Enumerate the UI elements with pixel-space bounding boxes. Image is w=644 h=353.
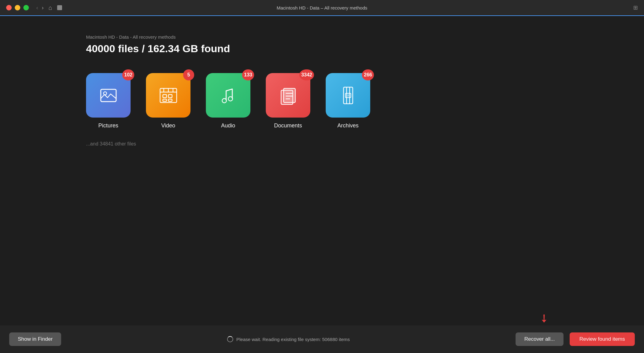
- documents-svg-icon: [277, 85, 299, 106]
- category-video[interactable]: 5 Video: [146, 73, 190, 129]
- home-button[interactable]: ⌂: [49, 4, 52, 11]
- show-finder-button[interactable]: Show in Finder: [9, 332, 61, 346]
- archives-badge: 266: [362, 69, 374, 80]
- svg-rect-8: [168, 95, 172, 98]
- documents-icon-wrap: 3342: [266, 73, 310, 118]
- video-icon-wrap: 5: [146, 73, 190, 118]
- video-svg-icon: [158, 85, 179, 106]
- audio-badge: 133: [242, 69, 254, 80]
- svg-point-1: [104, 92, 107, 95]
- pictures-icon-box: [86, 73, 131, 118]
- svg-rect-10: [168, 99, 172, 101]
- svg-rect-0: [101, 89, 116, 102]
- audio-label: Audio: [221, 122, 235, 129]
- nav-buttons: ‹ ›: [36, 5, 44, 10]
- spinner-icon: [227, 336, 233, 342]
- audio-icon-wrap: 133: [206, 73, 250, 118]
- video-label: Video: [161, 122, 175, 129]
- titlebar: ‹ › ⌂ Macintosh HD - Data – All recovery…: [0, 0, 644, 16]
- arrow-indicator: ➘: [536, 311, 552, 326]
- svg-point-12: [228, 97, 233, 101]
- forward-button[interactable]: ›: [42, 5, 44, 10]
- video-badge: 5: [183, 69, 194, 80]
- page-subtitle: Macintosh HD - Data - All recovery metho…: [86, 34, 558, 40]
- documents-badge: 3342: [299, 69, 314, 80]
- back-button[interactable]: ‹: [36, 5, 38, 10]
- svg-rect-7: [163, 95, 167, 98]
- traffic-lights: [6, 5, 29, 10]
- svg-point-11: [222, 99, 226, 103]
- video-icon-box: [146, 73, 190, 118]
- main-content: Macintosh HD - Data - All recovery metho…: [0, 16, 644, 184]
- audio-svg-icon: [218, 85, 239, 106]
- audio-icon-box: [206, 73, 250, 118]
- archives-icon-wrap: 266: [326, 73, 370, 118]
- archives-svg-icon: [337, 85, 359, 106]
- window-title: Macintosh HD - Data – All recovery metho…: [277, 5, 367, 10]
- maximize-button[interactable]: [23, 5, 29, 10]
- documents-label: Documents: [274, 122, 302, 129]
- close-button[interactable]: [6, 5, 12, 10]
- pictures-icon-wrap: 102: [86, 73, 131, 118]
- category-archives[interactable]: 266 Archives: [326, 73, 370, 129]
- review-found-items-button[interactable]: Review found items: [570, 332, 635, 346]
- category-documents[interactable]: 3342 Documents: [266, 73, 310, 129]
- svg-rect-9: [163, 99, 167, 101]
- archives-label: Archives: [337, 122, 359, 129]
- pictures-svg-icon: [98, 85, 119, 106]
- status-area: Please wait. Reading existing file syste…: [67, 336, 509, 342]
- bottom-bar: Show in Finder Please wait. Reading exis…: [0, 325, 644, 353]
- category-audio[interactable]: 133 Audio: [206, 73, 250, 129]
- recover-all-button[interactable]: Recover all...: [516, 332, 563, 346]
- archives-icon-box: [326, 73, 370, 118]
- categories-row: 102 Pictures: [86, 73, 558, 129]
- page-headline: 40000 files / 162.34 GB found: [86, 43, 558, 55]
- stop-button[interactable]: [57, 5, 62, 10]
- minimize-button[interactable]: [15, 5, 20, 10]
- other-files-text: ...and 34841 other files: [86, 141, 558, 147]
- svg-rect-14: [284, 88, 295, 103]
- status-text: Please wait. Reading existing file syste…: [236, 337, 350, 342]
- pictures-label: Pictures: [98, 122, 118, 129]
- category-pictures[interactable]: 102 Pictures: [86, 73, 131, 129]
- reader-icon[interactable]: ⊞: [633, 4, 638, 11]
- pictures-badge: 102: [122, 69, 134, 80]
